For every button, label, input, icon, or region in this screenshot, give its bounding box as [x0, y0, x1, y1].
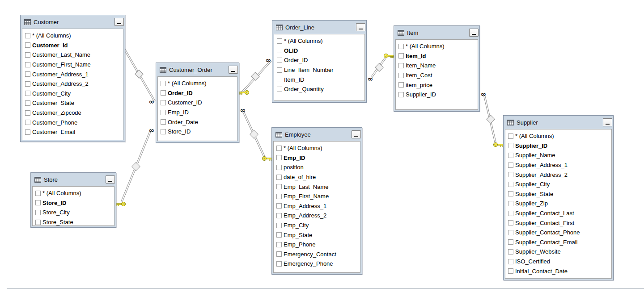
column-checkbox[interactable] [508, 230, 513, 235]
column-checkbox[interactable] [276, 242, 282, 247]
column-row[interactable]: Customer_State [22, 98, 123, 108]
column-checkbox[interactable] [276, 203, 282, 209]
column-row[interactable]: Emp_City [274, 221, 360, 230]
column-row[interactable]: Store_State [33, 217, 114, 226]
column-checkbox[interactable] [508, 172, 513, 177]
column-checkbox[interactable] [277, 77, 282, 82]
column-row[interactable]: Supplier_Address_1 [505, 160, 611, 170]
column-checkbox[interactable] [276, 175, 282, 180]
column-row[interactable]: * (All Columns) [158, 79, 237, 88]
column-row[interactable]: * (All Columns) [505, 131, 611, 141]
column-checkbox[interactable] [276, 232, 282, 238]
column-row[interactable]: Emp_Address_2 [274, 211, 360, 221]
column-row[interactable]: Supplier_Address_2 [505, 170, 611, 179]
column-row[interactable]: Supplier_Contact_Email [505, 238, 611, 247]
column-row[interactable]: Emp_First_Name [274, 192, 360, 201]
column-checkbox[interactable] [161, 110, 166, 115]
column-checkbox[interactable] [276, 251, 282, 257]
relationship-supplier-item[interactable]: ∞ [481, 90, 503, 147]
column-checkbox[interactable] [508, 163, 513, 168]
column-row[interactable]: Supplier_Name [505, 150, 611, 160]
column-checkbox[interactable] [508, 191, 513, 196]
column-checkbox[interactable] [25, 129, 30, 135]
column-row[interactable]: Store_ID [33, 198, 114, 208]
column-row[interactable]: * (All Columns) [396, 42, 478, 51]
table-header[interactable]: Item [394, 26, 479, 39]
column-row[interactable]: position [274, 163, 360, 172]
column-row[interactable]: item_price [396, 80, 478, 90]
column-row[interactable]: Supplier_City [505, 179, 611, 189]
column-checkbox[interactable] [35, 220, 41, 225]
column-row[interactable]: Customer_First_Name [22, 60, 123, 70]
column-row[interactable]: Supplier_ID [505, 141, 611, 151]
column-row[interactable]: Emp_Last_Name [274, 182, 360, 192]
column-checkbox[interactable] [276, 261, 282, 267]
column-row[interactable]: * (All Columns) [22, 31, 123, 41]
column-row[interactable]: ISO_Certified [505, 257, 611, 267]
column-checkbox[interactable] [398, 44, 404, 49]
column-checkbox[interactable] [25, 71, 30, 77]
column-checkbox[interactable] [277, 67, 282, 73]
column-row[interactable]: Customer_ID [158, 98, 237, 108]
column-row[interactable]: Supplier_Contact_First [505, 218, 611, 228]
table-header[interactable]: Customer_Order [156, 63, 239, 76]
column-row[interactable]: Supplier_Zip [505, 199, 611, 209]
column-checkbox[interactable] [508, 153, 513, 158]
table-header[interactable]: Customer [21, 15, 125, 29]
column-checkbox[interactable] [276, 213, 282, 218]
column-checkbox[interactable] [398, 82, 404, 88]
column-checkbox[interactable] [161, 119, 166, 125]
column-checkbox[interactable] [277, 87, 282, 92]
column-row[interactable]: Supplier_Contact_Phone [505, 228, 611, 238]
column-checkbox[interactable] [277, 58, 282, 63]
minimize-button[interactable] [603, 118, 612, 126]
column-row[interactable]: Order_Quantity [274, 84, 364, 94]
column-checkbox[interactable] [161, 129, 166, 134]
column-checkbox[interactable] [25, 62, 30, 67]
column-row[interactable]: Customer_Email [22, 127, 123, 137]
column-checkbox[interactable] [25, 91, 30, 96]
column-row[interactable]: Emp_ID [158, 108, 237, 117]
column-row[interactable]: Initial_Contact_Date [505, 266, 611, 276]
column-checkbox[interactable] [276, 165, 282, 170]
column-row[interactable]: Customer_Zipcode [22, 108, 123, 118]
column-checkbox[interactable] [25, 81, 30, 87]
column-row[interactable]: Line_Item_Number [274, 65, 364, 75]
minimize-button[interactable] [356, 23, 365, 31]
column-checkbox[interactable] [508, 211, 513, 216]
relationship-item-order_line[interactable]: ∞ [368, 54, 394, 83]
column-checkbox[interactable] [508, 133, 513, 139]
table-header[interactable]: Store [31, 173, 116, 186]
column-row[interactable]: Emp_State [274, 230, 360, 240]
column-row[interactable]: Order_Date [158, 117, 237, 127]
column-checkbox[interactable] [277, 38, 282, 44]
minimize-button[interactable] [106, 175, 115, 184]
column-checkbox[interactable] [161, 100, 166, 105]
column-row[interactable]: Item_Cost [396, 71, 478, 80]
column-row[interactable]: Item_Id [396, 51, 478, 61]
column-checkbox[interactable] [508, 182, 513, 187]
column-checkbox[interactable] [25, 110, 30, 116]
column-row[interactable]: Customer_Address_1 [22, 69, 123, 79]
column-row[interactable]: Emp_Phone [274, 240, 360, 250]
relationship-customer_order-order_line[interactable]: ∞ [239, 56, 271, 95]
column-checkbox[interactable] [35, 191, 41, 196]
column-row[interactable]: * (All Columns) [274, 143, 360, 153]
minimize-button[interactable] [352, 130, 361, 138]
column-checkbox[interactable] [276, 184, 282, 189]
column-checkbox[interactable] [25, 52, 30, 58]
column-checkbox[interactable] [508, 249, 513, 254]
column-checkbox[interactable] [398, 53, 404, 58]
minimize-button[interactable] [114, 18, 124, 26]
column-checkbox[interactable] [276, 146, 282, 151]
column-row[interactable]: * (All Columns) [33, 188, 114, 198]
column-row[interactable]: Customer_Last_Name [22, 50, 123, 60]
column-checkbox[interactable] [25, 42, 30, 48]
column-checkbox[interactable] [25, 120, 30, 125]
column-checkbox[interactable] [398, 73, 404, 78]
column-row[interactable]: Store_City [33, 208, 114, 217]
column-row[interactable]: Supplier_State [505, 189, 611, 199]
column-row[interactable]: Emp_ID [274, 153, 360, 163]
column-row[interactable]: Emergency_Contact [274, 250, 360, 259]
table-header[interactable]: Order_Line [272, 21, 366, 34]
